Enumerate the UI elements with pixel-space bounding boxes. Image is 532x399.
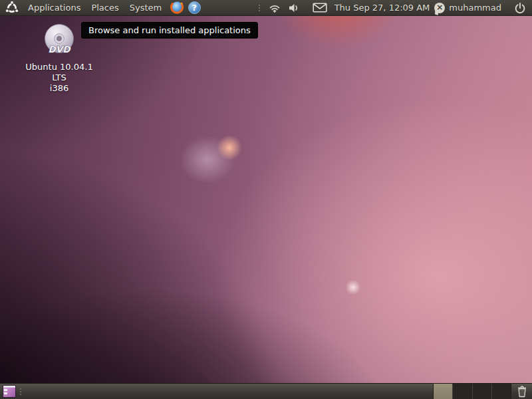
panel-grip-handle[interactable] [259,5,260,11]
window-titlebar-decoration [3,386,15,388]
show-desktop-button[interactable] [0,384,18,399]
workspace-cell[interactable] [453,384,472,399]
me-menu[interactable]: muhammad [434,3,501,13]
applications-menu-tooltip: Browse and run installed applications [81,22,258,39]
menu-system[interactable]: System [124,1,167,15]
top-panel: Applications Places System [0,0,532,16]
question-mark-icon [188,1,201,14]
ubuntu-logo-icon [5,1,19,15]
network-wifi-icon[interactable] [268,2,281,13]
top-panel-left: Applications Places System [0,1,201,15]
username-label: muhammad [449,3,501,13]
workspace-cell[interactable] [473,384,492,399]
window-list-empty-area [21,384,433,399]
window-list-decoration [4,389,7,391]
ubuntu-desktop: Applications Places System [0,0,532,399]
help-launcher-icon[interactable] [187,1,201,15]
workspace-cell[interactable] [492,384,511,399]
window-list-decoration [4,392,7,394]
firefox-launcher-icon[interactable] [170,1,184,15]
bottom-panel [0,383,532,399]
workspace-switcher[interactable] [433,384,511,399]
offline-status-icon [434,3,445,13]
show-desktop-icon [3,385,16,398]
trash-can-icon [517,386,527,398]
volume-icon[interactable] [288,3,300,13]
trash-applet-button[interactable] [511,384,532,399]
dvd-disc-icon: DVD [41,23,77,57]
svg-text:DVD: DVD [49,44,72,55]
menu-places[interactable]: Places [86,1,124,15]
top-panel-right: Thu Sep 27, 12:09 AM muhammad [257,1,532,15]
workspace-cell-active[interactable] [434,384,453,399]
menu-applications[interactable]: Applications [23,1,86,15]
messaging-envelope-icon[interactable] [313,3,327,13]
desktop-icon-label: Ubuntu 10.04.1 LTS i386 [17,62,101,94]
clock-applet[interactable]: Thu Sep 27, 12:09 AM [334,3,430,13]
power-session-icon[interactable] [513,1,527,15]
